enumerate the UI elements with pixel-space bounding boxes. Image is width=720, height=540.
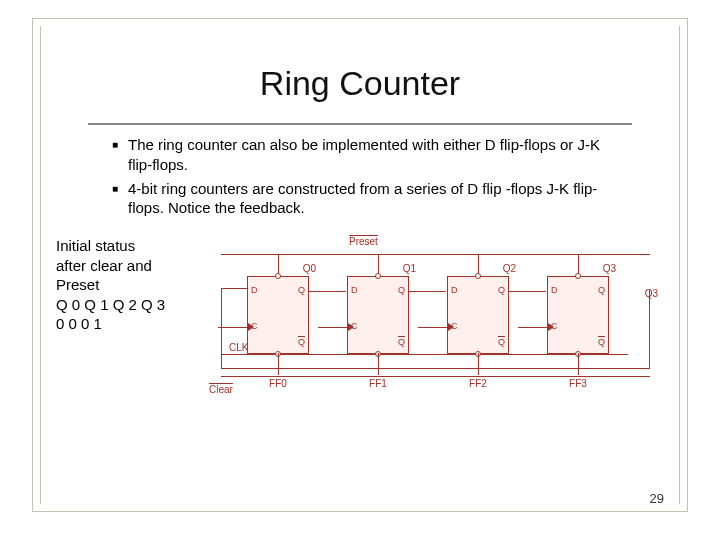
- status-line: after clear and: [56, 256, 207, 276]
- q-pin-label: Q: [498, 285, 505, 295]
- bullet-icon: ■: [112, 179, 128, 219]
- flipflop-ff1: D Q Q C Q1 FF1: [347, 276, 409, 354]
- bubble-icon: [575, 273, 581, 279]
- bubble-icon: [275, 273, 281, 279]
- preset-label: Preset: [349, 236, 378, 247]
- bullet-icon: ■: [112, 135, 128, 175]
- ring-counter-diagram: Preset CLK Clear Q3 D Q Q C Q0: [207, 236, 668, 426]
- status-header: Q 0 Q 1 Q 2 Q 3: [56, 295, 207, 315]
- slide-border-inner-left: [40, 26, 41, 504]
- bullet-text: The ring counter can also be implemented…: [128, 135, 608, 175]
- preset-line: [221, 254, 650, 255]
- flipflop-ff0: D Q Q C Q0 FF0: [247, 276, 309, 354]
- output-q3-label: Q3: [645, 288, 658, 299]
- feedback-wire: [649, 290, 650, 368]
- ff-name: FF2: [469, 378, 487, 389]
- qbar-pin-label: Q: [498, 337, 505, 347]
- d-pin-label: D: [551, 285, 558, 295]
- flipflop-ff2: D Q Q C Q2 FF2: [447, 276, 509, 354]
- bubble-icon: [275, 351, 281, 357]
- bubble-icon: [475, 273, 481, 279]
- ff-name: FF0: [269, 378, 287, 389]
- initial-status-block: Initial status after clear and Preset Q …: [52, 236, 207, 426]
- status-line: Initial status: [56, 236, 207, 256]
- title-rule: [88, 123, 632, 125]
- c-pin-label: C: [551, 321, 558, 331]
- slide-title: Ring Counter: [52, 64, 668, 103]
- bubble-icon: [375, 273, 381, 279]
- output-label: Q3: [603, 263, 616, 274]
- qbar-pin-label: Q: [598, 337, 605, 347]
- output-label: Q2: [503, 263, 516, 274]
- bubble-icon: [475, 351, 481, 357]
- feedback-wire: [221, 288, 222, 368]
- q-pin-label: Q: [398, 285, 405, 295]
- q-pin-label: Q: [298, 285, 305, 295]
- c-pin-label: C: [251, 321, 258, 331]
- q-pin-label: Q: [598, 285, 605, 295]
- bubble-icon: [575, 351, 581, 357]
- ff-name: FF3: [569, 378, 587, 389]
- flipflop-ff3: D Q Q C Q3 FF3: [547, 276, 609, 354]
- clk-wire: [518, 327, 548, 328]
- slide-content: Ring Counter ■ The ring counter can also…: [52, 18, 668, 512]
- feedback-wire: [221, 368, 650, 369]
- output-label: Q0: [303, 263, 316, 274]
- c-pin-label: C: [351, 321, 358, 331]
- clk-wire: [218, 327, 248, 328]
- clk-wire: [318, 327, 348, 328]
- clear-label: Clear: [209, 384, 233, 395]
- bubble-icon: [375, 351, 381, 357]
- feedback-wire: [221, 288, 247, 289]
- clk-line: [221, 354, 628, 355]
- c-pin-label: C: [451, 321, 458, 331]
- q-wire: [408, 291, 446, 292]
- q-wire: [508, 291, 546, 292]
- qbar-pin-label: Q: [298, 337, 305, 347]
- clk-wire: [418, 327, 448, 328]
- ff-name: FF1: [369, 378, 387, 389]
- d-pin-label: D: [451, 285, 458, 295]
- bullet-item: ■ 4-bit ring counters are constructed fr…: [112, 179, 608, 219]
- flipflop-row: D Q Q C Q0 FF0 D Q Q C: [247, 276, 609, 354]
- clear-line: [221, 376, 650, 377]
- bullet-text: 4-bit ring counters are constructed from…: [128, 179, 608, 219]
- clk-label: CLK: [229, 342, 248, 353]
- bullet-list: ■ The ring counter can also be implement…: [112, 135, 608, 218]
- q-wire: [308, 291, 346, 292]
- output-label: Q1: [403, 263, 416, 274]
- status-values: 0 0 0 1: [56, 314, 207, 334]
- slide-border-inner-right: [679, 26, 680, 504]
- d-pin-label: D: [251, 285, 258, 295]
- page-number: 29: [650, 491, 664, 506]
- d-pin-label: D: [351, 285, 358, 295]
- bullet-item: ■ The ring counter can also be implement…: [112, 135, 608, 175]
- qbar-pin-label: Q: [398, 337, 405, 347]
- status-line: Preset: [56, 275, 207, 295]
